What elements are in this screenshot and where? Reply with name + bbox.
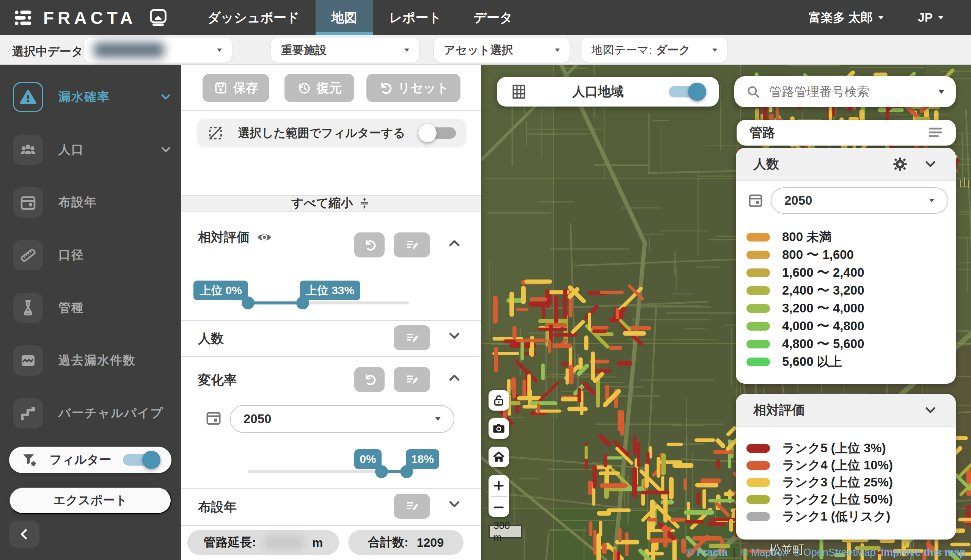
- change-rate-section-title: 変化率: [198, 372, 237, 389]
- relative-slider-handle-high[interactable]: [296, 297, 309, 309]
- install-year-section-title: 布設年: [198, 498, 237, 516]
- filter-panel: 保存 復元 リセット 選択した範囲でフィルターする すべて縮小 相対評価: [181, 65, 481, 560]
- selection-off-icon: [207, 125, 224, 142]
- legend-row: 4,000 〜 4,800: [736, 318, 956, 333]
- relative-edit-button[interactable]: [394, 232, 430, 257]
- compress-icon: [358, 197, 371, 210]
- user-menu[interactable]: 富楽多 太郎: [809, 0, 884, 35]
- save-button[interactable]: 保存: [202, 74, 269, 102]
- relative-legend-chevron[interactable]: [923, 403, 938, 417]
- change-rate-slider-handle-high[interactable]: [400, 465, 413, 478]
- people-legend-year-value: 2050: [784, 193, 812, 208]
- people-section-title: 人数: [198, 330, 224, 347]
- legend-row: ランク2 (上位 50%): [736, 492, 956, 507]
- sidebar-item-leak-probability[interactable]: 漏水確率: [13, 82, 172, 112]
- save-icon: [214, 81, 228, 95]
- collapse-all-bar[interactable]: すべて縮小: [181, 195, 481, 212]
- calendar-icon: [747, 192, 764, 208]
- search-placeholder: 管路管理番号検索: [769, 83, 930, 100]
- pipe-length-label: 管路延長:: [203, 534, 256, 551]
- filter-toggle[interactable]: [123, 454, 159, 466]
- brand-name: FRACTA: [43, 8, 137, 28]
- asset-select-dropdown[interactable]: アセット選択: [434, 38, 570, 63]
- population-area-label: 人口地域: [527, 83, 669, 100]
- lock-button[interactable]: [489, 390, 509, 411]
- sidebar-item-pipe-material[interactable]: 管種: [13, 293, 172, 323]
- people-expand-chevron[interactable]: [447, 328, 462, 343]
- tab-map[interactable]: 地図: [315, 0, 373, 35]
- legend-row: 1,600 〜 2,400: [736, 265, 956, 280]
- grid-icon: [511, 83, 527, 100]
- tab-dashboard[interactable]: ダッシュボード: [192, 0, 315, 35]
- relative-collapse-chevron[interactable]: [447, 235, 462, 251]
- filter-bar: 選択中データ 重要施設 アセット選択 地図テーマ: ダーク: [0, 35, 971, 65]
- fracta-logo-icon: [13, 7, 35, 29]
- relative-undo-button[interactable]: [354, 232, 385, 257]
- change-rate-slider-handle-low[interactable]: [375, 465, 388, 478]
- area-filter-row: 選択した範囲でフィルターする: [197, 119, 467, 147]
- tab-data[interactable]: データ: [457, 0, 529, 35]
- attribution-osm[interactable]: © OpenStreetMap: [793, 547, 876, 558]
- search-icon: [746, 84, 761, 99]
- change-rate-edit-button[interactable]: [394, 367, 430, 392]
- install-year-edit-button[interactable]: [394, 493, 430, 519]
- flask-icon: [13, 293, 43, 323]
- relative-slider-handle-low[interactable]: [242, 297, 255, 309]
- attribution-improve-link[interactable]: Improve this map: [881, 547, 966, 558]
- pipe-search-box[interactable]: 管路管理番号検索: [734, 76, 956, 107]
- ruler-icon: [13, 240, 43, 270]
- relative-slider-label-low: 上位 0%: [194, 280, 248, 300]
- map-canvas[interactable]: 松並町 山 人口地域 管路管理番号検索 管路 人数: [481, 65, 971, 560]
- filter-toggle-pill[interactable]: フィルター: [9, 447, 172, 473]
- export-button[interactable]: エクスポート: [9, 487, 172, 514]
- total-count-chip: 合計数: 1209: [348, 530, 464, 555]
- user-name: 富楽多 太郎: [809, 10, 873, 26]
- important-facilities-dropdown[interactable]: 重要施設: [271, 38, 419, 63]
- area-filter-toggle[interactable]: [419, 127, 456, 139]
- selected-data-dropdown[interactable]: [84, 38, 232, 63]
- zoom-out-button[interactable]: [489, 497, 509, 518]
- change-rate-year-select[interactable]: 2050: [230, 405, 454, 433]
- change-rate-collapse-chevron[interactable]: [447, 370, 462, 385]
- relative-legend-title: 相対評価: [753, 402, 923, 419]
- change-rate-undo-button[interactable]: [354, 367, 385, 392]
- eye-icon[interactable]: [256, 229, 272, 245]
- home-view-button[interactable]: [489, 447, 509, 467]
- plus-icon: [492, 479, 505, 492]
- chevron-down-icon: [938, 90, 944, 94]
- map-attribution: © Fracta | © Mapbox © OpenStreetMap Impr…: [687, 547, 966, 558]
- people-legend-card: 人数 2050 800 未満 800 〜 1,600 1,600 〜 2,400…: [736, 148, 956, 384]
- home-nav-button[interactable]: [147, 7, 169, 28]
- attribution-mapbox[interactable]: © Mapbox: [741, 547, 787, 558]
- asset-select-label: アセット選択: [444, 42, 513, 58]
- sidebar-collapse-button[interactable]: [9, 520, 40, 548]
- scale-label: 300 m: [494, 520, 521, 543]
- sidebar-item-diameter[interactable]: 口径: [13, 240, 172, 270]
- screenshot-button[interactable]: [489, 418, 509, 439]
- edit-list-icon: [405, 499, 419, 513]
- install-year-expand-chevron[interactable]: [447, 497, 462, 512]
- tab-report[interactable]: レポート: [373, 0, 457, 35]
- people-edit-button[interactable]: [394, 325, 430, 350]
- people-legend-year-select[interactable]: 2050: [771, 187, 948, 214]
- map-theme-dropdown[interactable]: 地図テーマ: ダーク: [581, 38, 727, 63]
- sidebar-item-past-leaks[interactable]: 過去漏水件数: [13, 345, 172, 376]
- people-legend-chevron[interactable]: [923, 157, 938, 172]
- population-area-toggle[interactable]: [669, 86, 705, 97]
- legend-row: 800 〜 1,600: [736, 247, 956, 262]
- chevron-down-icon: [938, 16, 944, 20]
- legend-row: ランク4 (上位 10%): [736, 458, 956, 473]
- relative-section-title: 相対評価: [198, 228, 272, 246]
- sidebar-item-install-year[interactable]: 布設年: [13, 187, 172, 218]
- language-menu[interactable]: JP: [918, 0, 944, 35]
- gear-icon[interactable]: [892, 156, 908, 172]
- menu-icon[interactable]: [928, 125, 943, 140]
- sidebar-item-population[interactable]: 人口: [13, 135, 172, 165]
- chevron-down-icon: [435, 417, 441, 421]
- zoom-in-button[interactable]: [489, 475, 509, 496]
- restore-button[interactable]: 復元: [284, 74, 354, 102]
- attribution-fracta[interactable]: © Fracta: [687, 547, 727, 558]
- reset-button[interactable]: リセット: [366, 74, 460, 102]
- sidebar-item-virtual-pipe[interactable]: バーチャルパイプ: [13, 398, 172, 428]
- warning-triangle-icon: [13, 82, 43, 112]
